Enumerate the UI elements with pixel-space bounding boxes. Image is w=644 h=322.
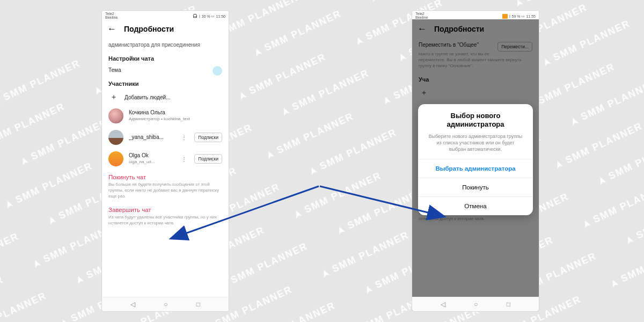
notification-badge-icon: [502, 14, 508, 19]
member-sub: olga_na_ud...: [129, 159, 174, 165]
follow-button[interactable]: Подписки: [194, 154, 222, 164]
plus-icon: ＋: [108, 92, 119, 102]
modal-text: Выберите нового администратора группы из…: [418, 130, 533, 159]
carrier2: Beeline: [415, 16, 428, 19]
member-row-2[interactable]: _yana_shiba... ⋮ Подписки: [102, 127, 229, 148]
phone-right: Tele2 Beeline ᛒ 59 % ▭ 11:55 ← Подробнос…: [412, 11, 539, 311]
statusbar-left: Tele2 Beeline 🎧 ᛒ 30 % ▭ 11:50: [102, 11, 229, 20]
kebab-icon[interactable]: ⋮: [179, 135, 189, 141]
battery-icon: ▭: [521, 14, 525, 18]
battery-pct: 30 %: [202, 14, 210, 18]
member-name: Olga Ok: [129, 152, 174, 159]
avatar: [108, 130, 123, 145]
add-people-row[interactable]: ＋ Добавить людей...: [102, 89, 229, 105]
member-row-3[interactable]: Olga Ok olga_na_ud... ⋮ Подписки: [102, 148, 229, 170]
back-triangle-icon[interactable]: ◁: [441, 301, 445, 308]
end-chat-link[interactable]: Завершить чат: [102, 202, 229, 214]
admin-join-text: администратора для присоединения: [102, 39, 229, 51]
member-name: _yana_shiba...: [129, 134, 174, 141]
carrier1: Tele2: [105, 12, 118, 16]
clock: 11:55: [526, 14, 536, 18]
header: ← Подробности: [102, 20, 229, 39]
member-name: Кочкина Ольга: [129, 109, 222, 116]
android-nav: ◁ ○ □: [102, 297, 229, 311]
back-icon[interactable]: ←: [107, 24, 116, 34]
member-sub: Администратор • kochkina_text: [129, 116, 222, 122]
modal-title: Выбор новогоадминистратора: [418, 104, 533, 130]
page-title: Подробности: [124, 25, 174, 33]
theme-row[interactable]: Тема: [102, 64, 229, 76]
leave-chat-link[interactable]: Покинуть чат: [102, 170, 229, 181]
back-triangle-icon[interactable]: ◁: [130, 301, 135, 308]
headphones-icon: 🎧: [193, 14, 197, 18]
battery-pct: 59 %: [512, 14, 521, 18]
bluetooth-icon: ᛒ: [199, 14, 201, 18]
avatar: [108, 108, 123, 123]
avatar: [108, 151, 123, 166]
modal-leave[interactable]: Покинуть: [418, 178, 533, 196]
follow-button[interactable]: Подписки: [194, 133, 222, 142]
carrier1: Tele2: [415, 12, 428, 16]
leave-help: Вы больше не будете получать сообщения о…: [102, 181, 229, 202]
home-circle-icon[interactable]: ○: [164, 301, 167, 308]
modal-cancel[interactable]: Отмена: [418, 196, 533, 215]
member-row-1[interactable]: Кочкина Ольга Администратор • kochkina_t…: [102, 105, 229, 127]
admin-modal: Выбор новогоадминистратора Выберите ново…: [418, 104, 533, 215]
kebab-icon[interactable]: ⋮: [179, 156, 189, 162]
phone-left: Tele2 Beeline 🎧 ᛒ 30 % ▭ 11:50 ← Подробн…: [102, 11, 229, 311]
recent-square-icon[interactable]: □: [196, 301, 200, 308]
bluetooth-icon: ᛒ: [509, 14, 511, 18]
home-circle-icon[interactable]: ○: [474, 301, 478, 308]
settings-header: Настройки чата: [102, 51, 229, 64]
theme-color-icon: [213, 66, 222, 76]
modal-choose-admin[interactable]: Выбрать администратора: [418, 159, 533, 178]
clock: 11:50: [216, 14, 225, 18]
recent-square-icon[interactable]: □: [507, 301, 510, 308]
battery-icon: ▭: [211, 14, 215, 18]
end-help: Из чата будут удалены все участники груп…: [102, 214, 229, 229]
android-nav: ◁ ○ □: [412, 297, 539, 311]
add-people-label: Добавить людей...: [125, 94, 170, 100]
carrier2: Beeline: [105, 16, 118, 19]
theme-label: Тема: [108, 67, 121, 73]
members-header: Участники: [102, 76, 229, 89]
